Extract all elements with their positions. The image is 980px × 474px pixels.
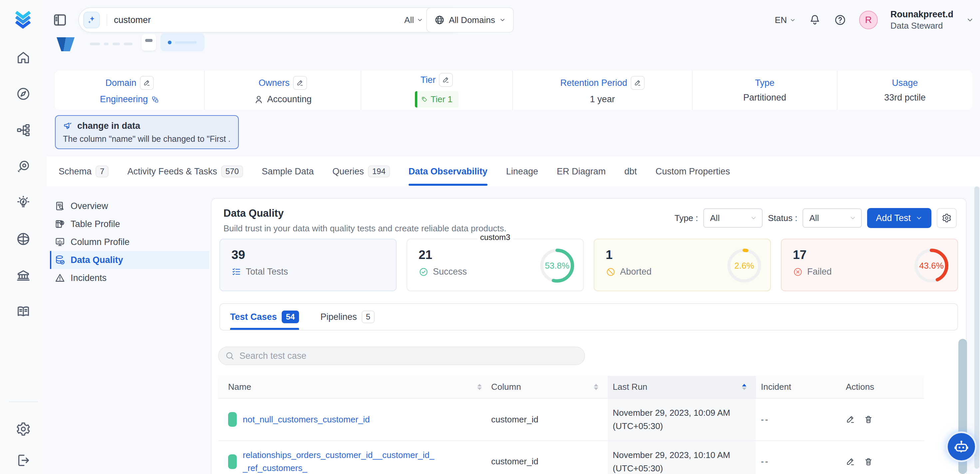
test-case-search-input[interactable]	[239, 351, 578, 361]
success-label: Success	[433, 267, 467, 277]
domain-value-link[interactable]: Engineering	[100, 94, 148, 105]
menu-item-incidents[interactable]: Incidents	[50, 269, 209, 287]
tab-er-diagram[interactable]: ER Diagram	[557, 156, 606, 186]
tab-count-badge: 7	[95, 165, 108, 177]
all-domains-button[interactable]: All Domains	[426, 7, 514, 33]
tab-lineage[interactable]: Lineage	[506, 156, 538, 186]
type-filter-select[interactable]: All	[703, 208, 762, 227]
subtab-pipelines[interactable]: Pipelines 5	[320, 304, 375, 330]
search-icon	[225, 351, 235, 361]
incident-cell: --	[756, 398, 841, 441]
menu-item-data-quality[interactable]: Data Quality	[50, 251, 209, 269]
meta-tier: Tier Tier 1	[361, 71, 513, 110]
failed-label: Failed	[807, 267, 832, 277]
last-run-cell: November 29, 2023, 10:10 AM(UTC+05:30)	[613, 449, 756, 474]
last-run-cell: November 29, 2023, 10:09 AM(UTC+05:30)	[613, 406, 756, 433]
header-name[interactable]: Name	[218, 376, 491, 398]
incident-cell: --	[756, 441, 841, 474]
language-select[interactable]: EN	[775, 15, 796, 25]
chevron-down-icon	[915, 215, 923, 222]
observability-icon[interactable]	[16, 159, 31, 174]
tab-schema[interactable]: Schema7	[59, 156, 108, 186]
search-divider	[107, 14, 107, 26]
edit-tier-button[interactable]	[439, 73, 453, 87]
table-settings-gear-icon[interactable]	[937, 208, 957, 228]
meta-usage: Usage 33rd pctile	[837, 71, 972, 110]
table-row: relationships_orders_customer_id__custom…	[218, 441, 924, 474]
entity-tabs-bar: Schema7 Activity Feeds & Tasks570 Sample…	[47, 156, 980, 186]
ai-sparkles-icon[interactable]	[83, 12, 100, 28]
tab-count-badge: 570	[221, 165, 243, 177]
announcement-body: The column "name" will be changed to "Fi…	[63, 134, 231, 144]
edit-icon[interactable]	[846, 457, 855, 466]
top-bar: All All Domains EN R Rounakpreet.d Data …	[47, 0, 980, 40]
skeleton-dash	[113, 43, 120, 45]
tab-queries[interactable]: Queries194	[332, 156, 390, 186]
usage-value: 33rd pctile	[884, 92, 926, 103]
subtab-test-cases[interactable]: Test Cases 54	[230, 304, 299, 330]
aborted-card: 1 Aborted 2.6%	[594, 239, 771, 291]
tab-custom-properties[interactable]: Custom Properties	[655, 156, 730, 186]
app-logo-icon[interactable]	[12, 8, 34, 30]
user-menu-chevron-icon[interactable]	[966, 16, 974, 24]
column-profile-icon	[55, 237, 65, 247]
tab-dbt[interactable]: dbt	[624, 156, 637, 186]
user-avatar[interactable]: R	[859, 11, 878, 29]
test-case-search[interactable]	[218, 347, 585, 365]
user-icon	[254, 94, 264, 105]
menu-item-overview[interactable]: Overview	[50, 197, 209, 215]
delete-trash-icon[interactable]	[864, 415, 873, 424]
domain-label: Domain	[105, 78, 136, 88]
edit-owners-button[interactable]	[293, 76, 307, 90]
success-ring-chart: 53.8%	[539, 248, 575, 284]
edit-domain-button[interactable]	[140, 76, 154, 90]
delete-trash-icon[interactable]	[864, 457, 873, 466]
page-scrollbar-thumb[interactable]	[974, 186, 979, 469]
chat-assistant-button[interactable]	[946, 431, 977, 462]
skeleton-dash	[104, 43, 108, 45]
settings-gear-icon[interactable]	[16, 422, 31, 437]
add-test-button[interactable]: Add Test	[867, 208, 931, 228]
home-icon[interactable]	[16, 50, 31, 65]
search-scope-select[interactable]: All	[404, 15, 423, 25]
pipelines-count-badge: 5	[362, 310, 375, 323]
global-search-bar[interactable]: All	[78, 7, 465, 33]
slash-circle-icon	[606, 267, 616, 277]
entity-meta-card: Domain Engineering Owners Accounting Tie…	[55, 71, 972, 110]
test-case-link[interactable]: not_null_customers_customer_id	[243, 413, 370, 426]
announcement-banner[interactable]: change in data The column "name" will be…	[55, 115, 239, 149]
explore-compass-icon[interactable]	[16, 86, 31, 102]
header-column[interactable]: Column	[491, 376, 608, 398]
logout-icon[interactable]	[16, 453, 31, 468]
status-filter-select[interactable]: All	[802, 208, 862, 227]
tag-icon	[421, 96, 428, 103]
owners-label: Owners	[258, 78, 290, 88]
edit-icon[interactable]	[846, 415, 855, 424]
menu-item-table-profile[interactable]: Table Profile	[50, 215, 209, 233]
failed-card: 17 Failed 43.6%	[781, 239, 958, 291]
check-circle-icon	[418, 267, 429, 277]
tab-sample-data[interactable]: Sample Data	[262, 156, 314, 186]
active-subtab-underline	[230, 328, 299, 330]
insights-bulb-icon[interactable]	[16, 195, 31, 210]
failed-percentage: 43.6%	[913, 248, 949, 284]
search-input[interactable]	[114, 15, 404, 25]
menu-item-column-profile[interactable]: Column Profile	[50, 233, 209, 251]
total-tests-card: 39 Total Tests	[220, 239, 396, 291]
lineage-flow-icon[interactable]	[16, 122, 31, 138]
notifications-bell-icon[interactable]	[808, 14, 821, 26]
app-window: All All Domains EN R Rounakpreet.d Data …	[0, 0, 980, 474]
tab-data-observability[interactable]: Data Observability	[409, 156, 487, 186]
header-last-run[interactable]: Last Run	[608, 376, 756, 398]
domains-globe-icon[interactable]	[16, 231, 31, 247]
user-menu[interactable]: Rounakpreet.d Data Steward	[891, 9, 953, 31]
edit-retention-button[interactable]	[631, 76, 645, 90]
tab-activity-feeds[interactable]: Activity Feeds & Tasks570	[127, 156, 243, 186]
test-case-link[interactable]: relationships_orders_customer_id__custom…	[243, 449, 438, 474]
glossary-book-icon[interactable]	[16, 304, 31, 319]
table-row: not_null_customers_customer_id customer_…	[218, 398, 924, 441]
help-icon[interactable]	[834, 14, 846, 26]
govern-bank-icon[interactable]	[16, 268, 31, 283]
test-case-subtabs: Test Cases 54 Pipelines 5	[220, 303, 958, 331]
sidebar-toggle-icon[interactable]	[52, 12, 68, 28]
